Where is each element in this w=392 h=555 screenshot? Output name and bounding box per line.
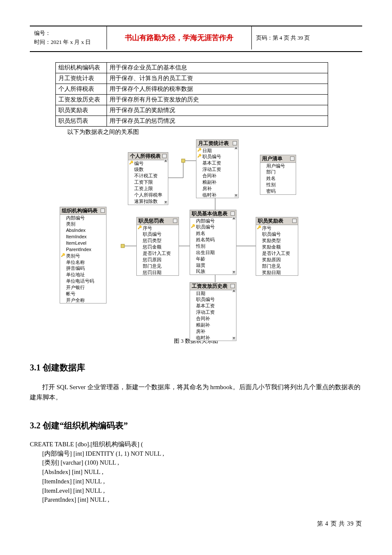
scroll-up-icon: ▲ (232, 217, 236, 220)
scroll-up-icon: ▲ (164, 159, 167, 162)
entity-employee: 职员基本信息表 内部编号 职员编号 姓名 姓名简码 性别 出生日期 年龄 籍贯 … (190, 210, 236, 275)
page-header: 编号： 时间：2021 年 x 月 x 日 书山有路勤为径，学海无涯苦作舟 页码… (30, 26, 362, 49)
table-desc-cell: 用于保存员工的惩罚情况 (107, 116, 328, 126)
entity-org: 组织机构编码表 内部编号 类别 AbsIndex ItemIndex ItemL… (60, 207, 107, 304)
table-desc-cell: 用于保存个人所得税的税率数据 (107, 84, 328, 94)
table-name-cell: 组织机构编码表 (56, 62, 107, 73)
footer-pagenum: 第 4 页 共 39 页 (30, 520, 362, 528)
entity-users: 用户清单 用户编号 部门 姓名 性别 密码 (260, 155, 296, 195)
table-row: 个人所得税表用于保存个人所得税的税率数据 (56, 84, 328, 94)
scroll-up-icon: ▲ (232, 289, 236, 292)
table-row: 月工资统计表用于保存、计算当月的员工工资 (56, 73, 328, 84)
header-date: 时间：2021 年 x 月 x 日 (34, 38, 102, 47)
table-name-cell: 月工资统计表 (56, 73, 107, 84)
svg-rect-2 (121, 244, 124, 248)
create-table-code: CREATE TABLE [dbo].[组织机构编码表] ( [内部编号] [i… (30, 440, 362, 505)
scroll-down-icon: ▼ (234, 194, 238, 197)
table-row: 职员惩罚表用于保存员工的惩罚情况 (56, 116, 328, 126)
entity-tax: 个人所得税表 编号 级数 不计税工资 工资下限 工资上限 个人所得税率 速算扣除… (128, 152, 168, 205)
table-name-cell: 个人所得税表 (56, 84, 107, 94)
section-3-1-title: 3.1 创建数据库 (30, 362, 362, 373)
table-desc-cell: 用于保存所有月份工资发放的历史 (107, 94, 328, 105)
scroll-down-icon: ▼ (232, 337, 236, 340)
table-row: 工资发放历史表用于保存所有月份工资发放的历史 (56, 94, 328, 105)
entity-history: 工资发放历史表 日期 职员编号 基本工资 浮动工资 合同补 粮副补 房补 临时补… (190, 282, 236, 341)
entity-reward: 职员奖励表 序号 职员编号 奖励类型 奖励金额 是否计入工资 奖励原因 部门意见… (256, 217, 298, 276)
table-desc-cell: 用于保存企业员工的基本信息 (107, 62, 328, 73)
scroll-down-icon: ▼ (164, 201, 167, 204)
section-3-2-title: 3.2 创建“组织机构编码表” (30, 420, 362, 431)
er-diagram: 月工资统计表 日期 职员编号 基本工资 浮动工资 合同补 粮副补 房补 临时补 … (51, 139, 341, 335)
scroll-down-icon: ▼ (232, 271, 236, 274)
table-row: 职员奖励表用于保存员工的奖励情况 (56, 105, 328, 116)
header-id: 编号： (34, 29, 102, 38)
table-name-cell: 职员惩罚表 (56, 116, 107, 126)
header-right: 页码：第 4 页 共 39 页 (251, 26, 362, 49)
scroll-up-icon: ▲ (234, 146, 238, 150)
table-name-cell: 职员奖励表 (56, 105, 107, 116)
table-desc-cell: 用于保存、计算当月的员工工资 (107, 73, 328, 84)
table-desc-cell: 用于保存员工的奖励情况 (107, 105, 328, 116)
table-row: 组织机构编码表用于保存企业员工的基本信息 (56, 62, 328, 73)
tables-list: 组织机构编码表用于保存企业员工的基本信息月工资统计表用于保存、计算当月的员工工资… (55, 62, 328, 127)
header-center: 书山有路勤为径，学海无涯苦作舟 (107, 26, 251, 49)
table-name-cell: 工资发放历史表 (56, 94, 107, 105)
section-3-1-para: 打开 SQL Server 企业管理器，新建一个数据库，将其命名为 hrmboo… (30, 382, 362, 403)
entity-punish: 职员惩罚表 序号 职员编号 惩罚类型 惩罚金额 是否计入工资 惩罚原因 部门意见… (136, 217, 179, 276)
entity-monthly-salary: 月工资统计表 日期 职员编号 基本工资 浮动工资 合同补 粮副补 房补 临时补 … (196, 139, 239, 199)
diagram-intro: 以下为数据表之间的关系图 (67, 128, 362, 136)
svg-rect-0 (182, 159, 185, 162)
